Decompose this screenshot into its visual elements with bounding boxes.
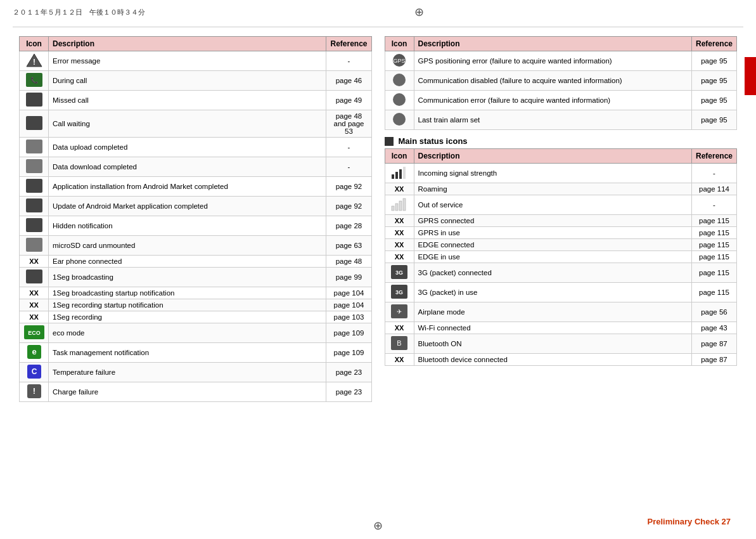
reference-cell: page 46 <box>326 71 371 91</box>
table-row: XXEar phone connectedpage 48 <box>20 256 372 268</box>
description-cell: Roaming <box>414 183 691 195</box>
description-cell: EDGE connected <box>414 239 691 251</box>
left-col-ref-header: Reference <box>326 37 371 51</box>
table-row: Incoming signal strength- <box>385 164 737 183</box>
table-row: CTemperature failurepage 23 <box>20 363 372 382</box>
icon-cell: XX <box>385 227 414 239</box>
svg-rect-10 <box>26 218 42 232</box>
right-top-col-desc-header: Description <box>414 37 691 51</box>
table-row: Hidden notificationpage 28 <box>20 216 372 236</box>
left-col-icon-header: Icon <box>20 37 49 51</box>
svg-rect-32 <box>399 201 402 211</box>
crosshair-bottom: ⊕ <box>373 519 383 533</box>
icon-cell <box>20 236 49 256</box>
icon-cell: B <box>385 334 414 354</box>
table-row: XX1Seg broadcasting startup notification… <box>20 287 372 299</box>
icon-cell <box>20 157 49 177</box>
reference-cell: - <box>326 157 371 177</box>
table-row: BBluetooth ONpage 87 <box>385 334 737 354</box>
icon-cell: XX <box>385 183 414 195</box>
reference-cell: page 115 <box>691 283 736 302</box>
table-row: eTask management notificationpage 109 <box>20 343 372 363</box>
icon-cell: 📞 <box>20 71 49 91</box>
reference-cell: - <box>691 164 736 183</box>
description-cell: 1Seg broadcasting <box>49 268 326 287</box>
table-row: Out of service- <box>385 195 737 215</box>
reference-cell: page 104 <box>326 299 371 311</box>
right-main-col-ref-header: Reference <box>691 149 736 164</box>
right-main-col-icon-header: Icon <box>385 149 414 164</box>
table-row: Application installation from Android Ma… <box>20 177 372 197</box>
reference-cell: page 28 <box>326 216 371 236</box>
icon-cell <box>385 71 414 91</box>
description-cell: 3G (packet) in use <box>414 283 691 302</box>
icon-cell: C <box>20 363 49 382</box>
svg-text:C: C <box>31 367 37 376</box>
left-table-container: Icon Description Reference !Error messag… <box>19 36 372 402</box>
table-row: XXGPRS connectedpage 115 <box>385 215 737 227</box>
svg-text:3G: 3G <box>395 270 403 276</box>
reference-cell: page 99 <box>326 268 371 287</box>
icon-cell: ECO <box>20 323 49 343</box>
right-table-top: Icon Description Reference GPSGPS positi… <box>385 36 738 130</box>
table-row: !Charge failurepage 23 <box>20 382 372 402</box>
icon-cell: GPS <box>385 51 414 71</box>
svg-text:✈: ✈ <box>397 308 402 315</box>
description-cell: Update of Android Market application com… <box>49 197 326 216</box>
svg-rect-11 <box>26 238 42 252</box>
right-column-container: Icon Description Reference GPSGPS positi… <box>385 36 738 402</box>
table-row: 1Seg broadcastingpage 99 <box>20 268 372 287</box>
description-cell: Communication disabled (failure to acqui… <box>414 71 691 91</box>
reference-cell: page 103 <box>326 311 371 323</box>
icon-cell: XX <box>385 215 414 227</box>
left-col-desc-header: Description <box>49 37 326 51</box>
description-cell: Communication error (failure to acquire … <box>414 91 691 110</box>
description-cell: Task management notification <box>49 343 326 363</box>
icon-cell <box>385 110 414 130</box>
main-status-section-header: Main status icons <box>385 136 738 146</box>
reference-cell: - <box>326 138 371 157</box>
svg-rect-33 <box>403 198 406 211</box>
description-cell: Missed call <box>49 91 326 110</box>
reference-cell: page 23 <box>326 382 371 402</box>
right-table-main: Icon Description Reference Incoming sign… <box>385 148 738 366</box>
description-cell: Application installation from Android Ma… <box>49 177 326 197</box>
page-footer: Preliminary Check 27 <box>647 517 731 526</box>
reference-cell: page 115 <box>691 215 736 227</box>
table-row: Update of Android Market application com… <box>20 197 372 216</box>
description-cell: Last train alarm set <box>414 110 691 130</box>
svg-rect-26 <box>392 174 394 179</box>
icon-cell <box>20 216 49 236</box>
icon-cell: XX <box>385 322 414 334</box>
table-row: Last train alarm setpage 95 <box>385 110 737 130</box>
description-cell: 1Seg recording <box>49 311 326 323</box>
table-row: Communication error (failure to acquire … <box>385 91 737 110</box>
svg-rect-31 <box>395 204 398 211</box>
icon-cell <box>20 177 49 197</box>
icon-cell: XX <box>20 287 49 299</box>
description-cell: Incoming signal strength <box>414 164 691 183</box>
svg-text:B: B <box>397 339 401 347</box>
description-cell: Wi-Fi connected <box>414 322 691 334</box>
table-row: XXRoamingpage 114 <box>385 183 737 195</box>
description-cell: Bluetooth device connected <box>414 354 691 366</box>
reference-cell: page 115 <box>691 263 736 283</box>
svg-rect-7 <box>26 159 42 173</box>
icon-cell <box>20 268 49 287</box>
table-row: XX1Seg recordingpage 103 <box>20 311 372 323</box>
svg-point-24 <box>393 93 406 106</box>
left-table: Icon Description Reference !Error messag… <box>19 36 372 402</box>
main-status-title: Main status icons <box>399 136 468 146</box>
reference-cell: page 114 <box>691 183 736 195</box>
description-cell: microSD card unmounted <box>49 236 326 256</box>
description-cell: Airplane mode <box>414 302 691 322</box>
table-row: microSD card unmountedpage 63 <box>20 236 372 256</box>
description-cell: GPRS connected <box>414 215 691 227</box>
reference-cell: - <box>691 195 736 215</box>
icon-cell: ! <box>20 51 49 71</box>
description-cell: Hidden notification <box>49 216 326 236</box>
right-top-col-ref-header: Reference <box>691 37 736 51</box>
description-cell: 1Seg recording startup notification <box>49 299 326 311</box>
table-row: XXBluetooth device connectedpage 87 <box>385 354 737 366</box>
icon-cell: 3G <box>385 283 414 302</box>
